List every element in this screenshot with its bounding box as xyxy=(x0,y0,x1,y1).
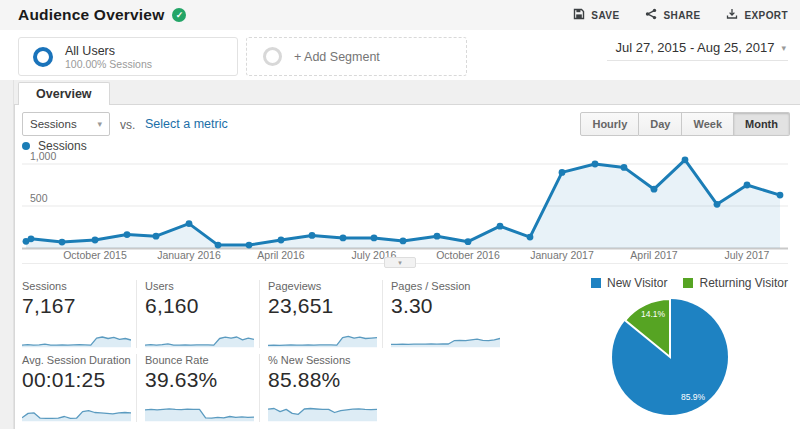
svg-text:500: 500 xyxy=(30,192,48,204)
metric-sparkline xyxy=(268,322,377,348)
metric-label[interactable]: Pageviews xyxy=(268,280,376,292)
add-segment-button[interactable]: + Add Segment xyxy=(246,37,467,76)
pie-legend-label: New Visitor xyxy=(607,276,667,290)
pie-legend-item[interactable]: Returning Visitor xyxy=(683,276,788,290)
header-actions: SAVESHAREEXPORT xyxy=(573,0,788,30)
vs-label: vs. xyxy=(120,118,135,132)
metric-card: Pages / Session3.30 xyxy=(391,280,506,348)
visitor-type-pie-chart[interactable]: 85.9%14.1% xyxy=(605,292,735,422)
metric-sparkline xyxy=(145,322,254,348)
metric-value: 3.30 xyxy=(391,294,500,318)
metric-value: 00:01:25 xyxy=(22,368,130,392)
metric-card: Bounce Rate39.63% xyxy=(145,354,260,422)
metric-label[interactable]: Avg. Session Duration xyxy=(22,354,130,366)
metric-value: 7,167 xyxy=(22,294,130,318)
svg-text:January 2017: January 2017 xyxy=(530,249,594,261)
share-nodes-icon xyxy=(645,8,657,22)
legend-swatch-icon xyxy=(591,278,601,288)
pie-legend-label: Returning Visitor xyxy=(699,276,788,290)
segment-bar: All Users 100.00% Sessions + Add Segment… xyxy=(0,30,800,80)
svg-text:October 2016: October 2016 xyxy=(436,249,500,261)
metric-label[interactable]: % New Sessions xyxy=(268,354,377,366)
tab-overview[interactable]: Overview xyxy=(18,82,110,105)
metric-sparkline xyxy=(145,396,254,422)
verified-check-icon: ✓ xyxy=(172,8,186,22)
metric-sparkline xyxy=(391,322,500,348)
chart-collapse-handle[interactable]: ▾ xyxy=(384,257,416,268)
segment-subtitle: 100.00% Sessions xyxy=(65,58,152,70)
svg-text:14.1%: 14.1% xyxy=(641,309,666,319)
metric-sparkline xyxy=(22,396,131,422)
metric-label[interactable]: Pages / Session xyxy=(391,280,500,292)
metric-label[interactable]: Bounce Rate xyxy=(145,354,253,366)
select-metric-link[interactable]: Select a metric xyxy=(145,117,228,131)
svg-text:April 2017: April 2017 xyxy=(630,249,677,261)
metrics-row-2: Avg. Session Duration00:01:25Bounce Rate… xyxy=(22,354,391,422)
granularity-day-button[interactable]: Day xyxy=(639,112,682,136)
granularity-month-button[interactable]: Month xyxy=(734,112,790,136)
legend-swatch-icon xyxy=(683,278,693,288)
left-gutter xyxy=(0,80,14,429)
pie-legend: New VisitorReturning Visitor xyxy=(591,276,788,290)
sessions-line-chart[interactable]: 5001,000October 2015January 2016April 20… xyxy=(14,150,800,266)
metric-sparkline xyxy=(22,322,131,348)
top-bar: Audience Overview ✓ SAVESHAREEXPORT xyxy=(0,0,800,30)
metric-value: 23,651 xyxy=(268,294,376,318)
segment-all-users[interactable]: All Users 100.00% Sessions xyxy=(18,37,238,76)
page-title: Audience Overview xyxy=(18,6,164,24)
metric-card: Users6,160 xyxy=(145,280,260,348)
save-button[interactable]: SAVE xyxy=(573,8,619,22)
svg-text:1,000: 1,000 xyxy=(30,150,56,162)
metric-sparkline xyxy=(268,396,377,422)
caret-down-icon: ▾ xyxy=(781,43,786,53)
add-segment-ring-icon xyxy=(263,47,282,66)
metrics-row-1: Sessions7,167Users6,160Pageviews23,651Pa… xyxy=(22,280,514,348)
ga-audience-overview-screen: Audience Overview ✓ SAVESHAREEXPORT All … xyxy=(0,0,800,429)
metric-label[interactable]: Users xyxy=(145,280,253,292)
metric-card: Pageviews23,651 xyxy=(268,280,383,348)
date-range-picker[interactable]: Jul 27, 2015 - Aug 25, 2017 ▾ xyxy=(607,38,788,61)
svg-text:July 2017: July 2017 xyxy=(725,249,770,261)
svg-text:April 2016: April 2016 xyxy=(257,249,304,261)
pie-legend-item[interactable]: New Visitor xyxy=(591,276,667,290)
date-range-text: Jul 27, 2015 - Aug 25, 2017 xyxy=(615,40,774,55)
svg-text:85.9%: 85.9% xyxy=(681,392,706,402)
metric-card: % New Sessions85.88% xyxy=(268,354,383,422)
segment-ring-icon xyxy=(33,47,53,67)
metric-select-value: Sessions xyxy=(30,118,77,130)
metric-select-dropdown[interactable]: Sessions ▾ xyxy=(22,112,110,136)
metric-value: 6,160 xyxy=(145,294,253,318)
granularity-week-button[interactable]: Week xyxy=(682,112,734,136)
floppy-disk-icon xyxy=(573,8,585,22)
share-button[interactable]: SHARE xyxy=(645,8,700,22)
metric-value: 39.63% xyxy=(145,368,253,392)
metric-value: 85.88% xyxy=(268,368,377,392)
caret-down-icon: ▾ xyxy=(97,119,102,129)
granularity-hourly-button[interactable]: Hourly xyxy=(580,112,639,136)
segment-title: All Users xyxy=(65,44,152,58)
legend-dot-icon xyxy=(22,142,30,150)
svg-text:January 2016: January 2016 xyxy=(157,249,221,261)
metric-label[interactable]: Sessions xyxy=(22,280,130,292)
svg-text:October 2015: October 2015 xyxy=(63,249,127,261)
granularity-toggle: HourlyDayWeekMonth xyxy=(580,112,790,136)
download-icon xyxy=(726,8,738,22)
export-button[interactable]: EXPORT xyxy=(726,8,788,22)
metric-card: Avg. Session Duration00:01:25 xyxy=(22,354,137,422)
add-segment-label: + Add Segment xyxy=(294,50,380,64)
metric-card: Sessions7,167 xyxy=(22,280,137,348)
